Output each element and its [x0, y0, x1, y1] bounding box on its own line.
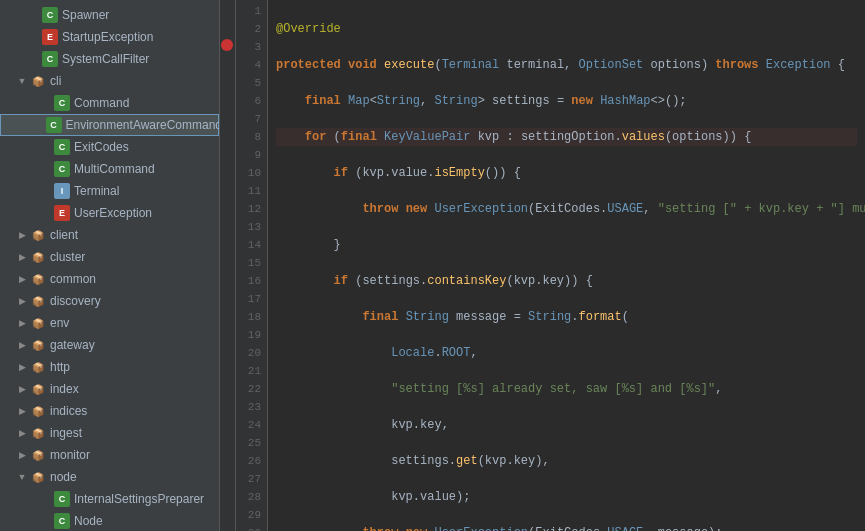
gutter-line — [220, 216, 235, 234]
sidebar-item-label: StartupException — [62, 30, 153, 44]
package-icon: 📦 — [30, 403, 46, 419]
sidebar-item-label: SystemCallFilter — [62, 52, 149, 66]
sidebar-item-index[interactable]: 📦 index — [0, 378, 219, 400]
no-arrow-icon — [40, 163, 52, 175]
sidebar-item-label: gateway — [50, 338, 95, 352]
sidebar-item-label: discovery — [50, 294, 101, 308]
gutter-line — [220, 324, 235, 342]
type-userexception: UserException — [434, 200, 528, 218]
package-icon: 📦 — [30, 227, 46, 243]
sidebar-item-environmentawarecommand[interactable]: C EnvironmentAwareCommand — [0, 114, 219, 136]
no-arrow-icon — [40, 141, 52, 153]
sidebar-item-label: monitor — [50, 448, 90, 462]
sidebar-item-label: client — [50, 228, 78, 242]
sidebar-item-label: index — [50, 382, 79, 396]
gutter-line — [220, 18, 235, 36]
keyword-throws: throws — [715, 56, 758, 74]
package-icon: 📦 — [30, 337, 46, 353]
arrow-right-icon — [16, 295, 28, 307]
code-line-5: if (kvp.value.isEmpty()) { — [276, 164, 857, 182]
gutter-line — [220, 126, 235, 144]
sidebar-item-cluster[interactable]: 📦 cluster — [0, 246, 219, 268]
file-tree[interactable]: C Spawner E StartupException C SystemCal… — [0, 0, 220, 531]
no-arrow-icon — [40, 207, 52, 219]
package-icon: 📦 — [30, 73, 46, 89]
sidebar-item-command-label: Command — [74, 96, 129, 110]
keyword-protected: protected — [276, 56, 341, 74]
sidebar-item-cli[interactable]: 📦 cli — [0, 70, 219, 92]
arrow-right-icon — [16, 405, 28, 417]
keyword-final2: final — [341, 128, 377, 146]
no-arrow-icon — [28, 53, 40, 65]
gutter-line — [220, 306, 235, 324]
sidebar-item-client[interactable]: 📦 client — [0, 224, 219, 246]
sidebar-item-terminal[interactable]: I Terminal — [0, 180, 219, 202]
package-icon: 📦 — [30, 293, 46, 309]
sidebar-item-node[interactable]: 📦 node — [0, 466, 219, 488]
gutter-line — [220, 522, 235, 531]
sidebar-item-gateway[interactable]: 📦 gateway — [0, 334, 219, 356]
sidebar-item-http[interactable]: 📦 http — [0, 356, 219, 378]
sidebar-item-indices[interactable]: 📦 indices — [0, 400, 219, 422]
gutter-line — [220, 414, 235, 432]
gutter-line — [220, 378, 235, 396]
code-content[interactable]: @Override protected void execute(Termina… — [268, 0, 865, 531]
sidebar-item-node-class[interactable]: C Node — [0, 510, 219, 531]
gutter-line — [220, 54, 235, 72]
sidebar-item-discovery[interactable]: 📦 discovery — [0, 290, 219, 312]
sidebar-item-label: EnvironmentAwareCommand — [66, 118, 220, 132]
sidebar-item-label: common — [50, 272, 96, 286]
type-exception: Exception — [766, 56, 831, 74]
code-line-14: kvp.value); — [276, 488, 857, 506]
exception-icon: E — [54, 205, 70, 221]
code-line-3: final Map<String, String> settings = new… — [276, 92, 857, 110]
gutter-line — [220, 360, 235, 378]
sidebar-item-ingest[interactable]: 📦 ingest — [0, 422, 219, 444]
no-arrow-icon — [40, 185, 52, 197]
sidebar-item-label: http — [50, 360, 70, 374]
code-line-13: settings.get(kvp.key), — [276, 452, 857, 470]
sidebar-item-exitcodes[interactable]: C ExitCodes — [0, 136, 219, 158]
sidebar-item-multicommand[interactable]: C MultiCommand — [0, 158, 219, 180]
sidebar-item-spawner[interactable]: C Spawner — [0, 4, 219, 26]
sidebar-item-systemcallfilter[interactable]: C SystemCallFilter — [0, 48, 219, 70]
sidebar-item-label: ingest — [50, 426, 82, 440]
arrow-right-icon — [16, 383, 28, 395]
sidebar-item-common[interactable]: 📦 common — [0, 268, 219, 290]
sidebar-item-startupexception[interactable]: E StartupException — [0, 26, 219, 48]
gutter-line — [220, 144, 235, 162]
type-terminal: Terminal — [442, 56, 500, 74]
gutter-line — [220, 180, 235, 198]
sidebar-item-command[interactable]: C Command — [0, 92, 219, 114]
class-icon: C — [54, 95, 70, 111]
no-arrow-icon — [28, 9, 40, 21]
type-hashmap: HashMap — [600, 92, 650, 110]
sidebar-item-userexception[interactable]: E UserException — [0, 202, 219, 224]
breakpoint-marker — [221, 39, 233, 51]
no-arrow-icon — [28, 31, 40, 43]
package-icon: 📦 — [30, 469, 46, 485]
code-line-2: protected void execute(Terminal terminal… — [276, 56, 857, 74]
keyword-new2: new — [406, 200, 428, 218]
sidebar-item-label: ExitCodes — [74, 140, 129, 154]
code-line-4: for (final KeyValuePair kvp : settingOpt… — [276, 128, 857, 146]
method-isempty: isEmpty — [434, 164, 484, 182]
arrow-right-icon — [16, 273, 28, 285]
code-line-7: } — [276, 236, 857, 254]
keyword-new: new — [571, 92, 593, 110]
package-icon: 📦 — [30, 381, 46, 397]
type-optionset: OptionSet — [578, 56, 643, 74]
code-line-12: kvp.key, — [276, 416, 857, 434]
sidebar-item-internalsettingspreparer[interactable]: C InternalSettingsPreparer — [0, 488, 219, 510]
keyword-for: for — [305, 128, 327, 146]
package-icon: 📦 — [30, 447, 46, 463]
sidebar-item-label: cli — [50, 74, 61, 88]
no-arrow-icon — [41, 119, 44, 131]
gutter-line — [220, 450, 235, 468]
sidebar-item-label: Node — [74, 514, 103, 528]
code-line-10: Locale.ROOT, — [276, 344, 857, 362]
code-line-11: "setting [%s] already set, saw [%s] and … — [276, 380, 857, 398]
sidebar-item-env[interactable]: 📦 env — [0, 312, 219, 334]
package-icon: 📦 — [30, 425, 46, 441]
sidebar-item-monitor[interactable]: 📦 monitor — [0, 444, 219, 466]
